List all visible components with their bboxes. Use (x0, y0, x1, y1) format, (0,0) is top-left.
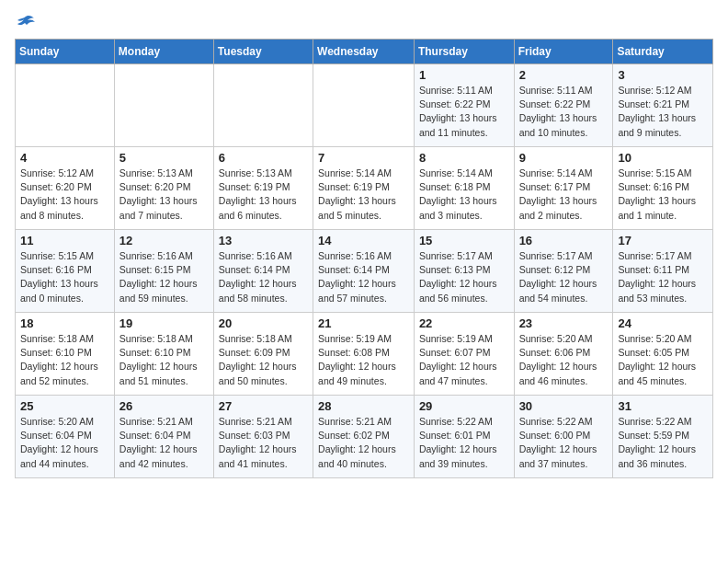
day-number: 19 (119, 316, 209, 330)
day-header-wednesday: Wednesday (313, 40, 415, 64)
day-info: Sunrise: 5:16 AM Sunset: 6:15 PM Dayligh… (119, 249, 209, 305)
day-info: Sunrise: 5:17 AM Sunset: 6:11 PM Dayligh… (618, 249, 708, 305)
day-info: Sunrise: 5:20 AM Sunset: 6:06 PM Dayligh… (519, 332, 609, 388)
logo-bird-icon (16, 15, 36, 31)
day-info: Sunrise: 5:20 AM Sunset: 6:04 PM Dayligh… (20, 415, 109, 471)
calendar-cell: 21Sunrise: 5:19 AM Sunset: 6:08 PM Dayli… (313, 313, 415, 396)
day-info: Sunrise: 5:22 AM Sunset: 6:01 PM Dayligh… (419, 415, 509, 471)
day-info: Sunrise: 5:19 AM Sunset: 6:08 PM Dayligh… (318, 332, 409, 388)
day-number: 6 (219, 151, 308, 165)
day-info: Sunrise: 5:18 AM Sunset: 6:09 PM Dayligh… (219, 332, 308, 388)
day-info: Sunrise: 5:12 AM Sunset: 6:21 PM Dayligh… (618, 84, 708, 140)
day-info: Sunrise: 5:17 AM Sunset: 6:13 PM Dayligh… (419, 249, 509, 305)
day-info: Sunrise: 5:13 AM Sunset: 6:19 PM Dayligh… (219, 167, 308, 223)
calendar-cell: 11Sunrise: 5:15 AM Sunset: 6:16 PM Dayli… (16, 230, 115, 313)
logo (15, 15, 37, 28)
day-header-sunday: Sunday (16, 40, 115, 64)
day-number: 7 (318, 151, 409, 165)
calendar-cell: 14Sunrise: 5:16 AM Sunset: 6:14 PM Dayli… (313, 230, 415, 313)
calendar-cell: 29Sunrise: 5:22 AM Sunset: 6:01 PM Dayli… (414, 396, 514, 478)
day-info: Sunrise: 5:11 AM Sunset: 6:22 PM Dayligh… (419, 84, 509, 140)
calendar-cell: 24Sunrise: 5:20 AM Sunset: 6:05 PM Dayli… (613, 313, 713, 396)
calendar-cell (16, 64, 115, 147)
day-header-saturday: Saturday (613, 40, 713, 64)
day-info: Sunrise: 5:13 AM Sunset: 6:20 PM Dayligh… (119, 167, 209, 223)
day-info: Sunrise: 5:21 AM Sunset: 6:03 PM Dayligh… (219, 415, 308, 471)
calendar-cell (114, 64, 213, 147)
day-number: 14 (318, 234, 409, 247)
calendar-cell: 15Sunrise: 5:17 AM Sunset: 6:13 PM Dayli… (414, 230, 514, 313)
day-info: Sunrise: 5:14 AM Sunset: 6:18 PM Dayligh… (419, 167, 509, 223)
day-number: 16 (519, 234, 609, 247)
calendar-cell: 22Sunrise: 5:19 AM Sunset: 6:07 PM Dayli… (414, 313, 514, 396)
day-number: 17 (618, 234, 708, 247)
day-header-tuesday: Tuesday (213, 40, 313, 64)
day-info: Sunrise: 5:18 AM Sunset: 6:10 PM Dayligh… (119, 332, 209, 388)
day-number: 1 (419, 68, 509, 82)
calendar-cell: 18Sunrise: 5:18 AM Sunset: 6:10 PM Dayli… (16, 313, 115, 396)
week-row-2: 4Sunrise: 5:12 AM Sunset: 6:20 PM Daylig… (16, 147, 713, 230)
day-info: Sunrise: 5:21 AM Sunset: 6:04 PM Dayligh… (119, 415, 209, 471)
calendar-cell: 2Sunrise: 5:11 AM Sunset: 6:22 PM Daylig… (514, 64, 613, 147)
day-number: 29 (419, 399, 509, 413)
week-row-3: 11Sunrise: 5:15 AM Sunset: 6:16 PM Dayli… (16, 230, 713, 313)
calendar-cell: 30Sunrise: 5:22 AM Sunset: 6:00 PM Dayli… (514, 396, 613, 478)
day-number: 18 (20, 316, 109, 330)
calendar-cell: 17Sunrise: 5:17 AM Sunset: 6:11 PM Dayli… (613, 230, 713, 313)
calendar-cell: 1Sunrise: 5:11 AM Sunset: 6:22 PM Daylig… (414, 64, 514, 147)
week-row-1: 1Sunrise: 5:11 AM Sunset: 6:22 PM Daylig… (16, 64, 713, 147)
calendar-cell: 20Sunrise: 5:18 AM Sunset: 6:09 PM Dayli… (213, 313, 313, 396)
day-info: Sunrise: 5:16 AM Sunset: 6:14 PM Dayligh… (318, 249, 409, 305)
day-number: 24 (618, 316, 708, 330)
calendar-cell: 27Sunrise: 5:21 AM Sunset: 6:03 PM Dayli… (213, 396, 313, 478)
day-number: 28 (318, 399, 409, 413)
day-number: 3 (618, 68, 708, 82)
day-number: 5 (119, 151, 209, 165)
calendar-cell: 5Sunrise: 5:13 AM Sunset: 6:20 PM Daylig… (114, 147, 213, 230)
day-header-friday: Friday (514, 40, 613, 64)
calendar-cell: 8Sunrise: 5:14 AM Sunset: 6:18 PM Daylig… (414, 147, 514, 230)
day-info: Sunrise: 5:15 AM Sunset: 6:16 PM Dayligh… (618, 167, 708, 223)
day-number: 11 (20, 234, 109, 247)
day-header-monday: Monday (114, 40, 213, 64)
day-info: Sunrise: 5:12 AM Sunset: 6:20 PM Dayligh… (20, 167, 109, 223)
day-number: 15 (419, 234, 509, 247)
day-number: 8 (419, 151, 509, 165)
calendar-cell: 19Sunrise: 5:18 AM Sunset: 6:10 PM Dayli… (114, 313, 213, 396)
day-info: Sunrise: 5:15 AM Sunset: 6:16 PM Dayligh… (20, 249, 109, 305)
calendar-cell: 10Sunrise: 5:15 AM Sunset: 6:16 PM Dayli… (613, 147, 713, 230)
day-info: Sunrise: 5:11 AM Sunset: 6:22 PM Dayligh… (519, 84, 609, 140)
calendar-cell (313, 64, 415, 147)
day-number: 2 (519, 68, 609, 82)
calendar-cell: 9Sunrise: 5:14 AM Sunset: 6:17 PM Daylig… (514, 147, 613, 230)
day-number: 23 (519, 316, 609, 330)
day-info: Sunrise: 5:16 AM Sunset: 6:14 PM Dayligh… (219, 249, 308, 305)
day-info: Sunrise: 5:18 AM Sunset: 6:10 PM Dayligh… (20, 332, 109, 388)
calendar-cell: 4Sunrise: 5:12 AM Sunset: 6:20 PM Daylig… (16, 147, 115, 230)
week-row-5: 25Sunrise: 5:20 AM Sunset: 6:04 PM Dayli… (16, 396, 713, 478)
day-number: 26 (119, 399, 209, 413)
day-info: Sunrise: 5:17 AM Sunset: 6:12 PM Dayligh… (519, 249, 609, 305)
calendar-cell: 28Sunrise: 5:21 AM Sunset: 6:02 PM Dayli… (313, 396, 415, 478)
day-number: 27 (219, 399, 308, 413)
calendar-table: SundayMondayTuesdayWednesdayThursdayFrid… (15, 39, 713, 478)
day-number: 12 (119, 234, 209, 247)
day-number: 20 (219, 316, 308, 330)
calendar-cell: 3Sunrise: 5:12 AM Sunset: 6:21 PM Daylig… (613, 64, 713, 147)
calendar-cell: 6Sunrise: 5:13 AM Sunset: 6:19 PM Daylig… (213, 147, 313, 230)
day-number: 31 (618, 399, 708, 413)
calendar-cell: 31Sunrise: 5:22 AM Sunset: 5:59 PM Dayli… (613, 396, 713, 478)
day-number: 30 (519, 399, 609, 413)
day-info: Sunrise: 5:22 AM Sunset: 5:59 PM Dayligh… (618, 415, 708, 471)
day-info: Sunrise: 5:21 AM Sunset: 6:02 PM Dayligh… (318, 415, 409, 471)
page-header (15, 15, 713, 28)
calendar-cell: 7Sunrise: 5:14 AM Sunset: 6:19 PM Daylig… (313, 147, 415, 230)
day-number: 21 (318, 316, 409, 330)
day-number: 10 (618, 151, 708, 165)
calendar-cell: 16Sunrise: 5:17 AM Sunset: 6:12 PM Dayli… (514, 230, 613, 313)
day-info: Sunrise: 5:22 AM Sunset: 6:00 PM Dayligh… (519, 415, 609, 471)
day-info: Sunrise: 5:14 AM Sunset: 6:19 PM Dayligh… (318, 167, 409, 223)
calendar-cell: 23Sunrise: 5:20 AM Sunset: 6:06 PM Dayli… (514, 313, 613, 396)
day-info: Sunrise: 5:19 AM Sunset: 6:07 PM Dayligh… (419, 332, 509, 388)
day-info: Sunrise: 5:20 AM Sunset: 6:05 PM Dayligh… (618, 332, 708, 388)
